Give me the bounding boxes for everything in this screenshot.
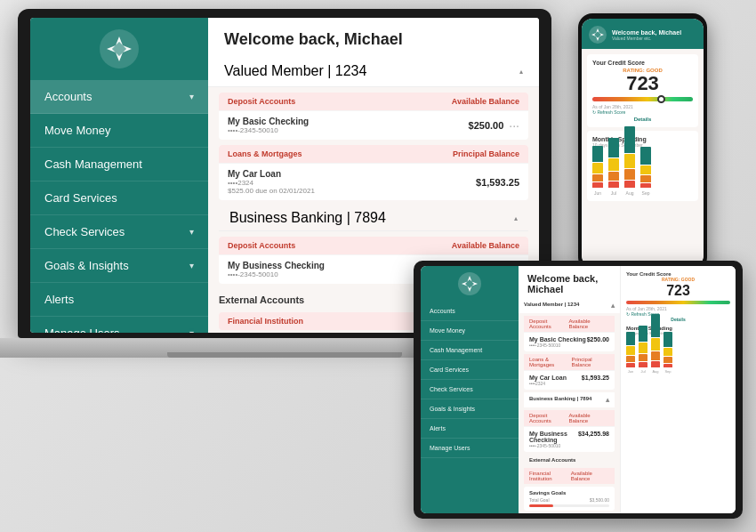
phone-spending-title: Monthly Spending: [592, 136, 693, 142]
tablet-checking-name: My Basic Checking: [529, 336, 586, 343]
tablet-bar-group-jun: Jun: [626, 332, 635, 374]
tablet-sidebar-item-check[interactable]: Check Services: [421, 380, 519, 399]
checking-account-number: ••••-2345-50010: [228, 126, 309, 134]
tablet-sidebar-cash-label: Cash Management: [430, 347, 482, 353]
bar-seg-aug-3: [624, 169, 635, 180]
phone-spending-section: Monthly Spending 10 days left in Septemb…: [587, 131, 698, 201]
tablet-right-panel: Your Credit Score RATING: GOOD 723 As of…: [620, 266, 736, 513]
tablet-sidebar-item-cash[interactable]: Cash Management: [421, 341, 519, 360]
svg-point-6: [589, 26, 607, 44]
tablet-business-header[interactable]: Business Banking | 7894 ▴: [524, 392, 615, 407]
sidebar-item-check-services[interactable]: Check Services ▾: [30, 215, 208, 249]
tablet-business-available-label: Available Balance: [568, 413, 609, 423]
sidebar-item-cash-management-label: Cash Management: [44, 157, 142, 171]
tablet-checking-row[interactable]: My Basic Checking ••••-2345-50010 $250.0…: [524, 332, 615, 351]
bar-seg-aug-2: [624, 154, 635, 168]
welcome-header: Welcome back, Michael: [208, 18, 539, 56]
laptop-sidebar: Accounts ▾ Move Money Cash Management Ca…: [30, 18, 208, 333]
tablet-deposit-header: Deposit Accounts Available Balance: [524, 316, 615, 332]
phone-header: Welcome back, Michael Valued Member etc.: [582, 19, 704, 49]
sidebar-item-card-services[interactable]: Card Services: [30, 181, 208, 215]
valued-member-header[interactable]: Valued Member | 1234 ▴: [208, 56, 539, 87]
tablet-bar-jul-1: [639, 326, 647, 342]
phone-account-text: Valued Member etc.: [612, 36, 681, 41]
tablet-credit-details[interactable]: Details: [626, 317, 730, 322]
tablet-savings-progress: [529, 504, 553, 507]
tablet-credit-bar: [626, 301, 730, 304]
sidebar-navigation: Accounts ▾ Move Money Cash Management Ca…: [30, 80, 208, 333]
tablet-bar-group-aug: Aug: [651, 314, 660, 374]
phone-credit-details[interactable]: Details: [592, 117, 693, 122]
tablet-sidebar-item-accounts[interactable]: Accounts: [421, 302, 519, 321]
tablet-checking-number: ••••-2345-50010: [529, 343, 586, 348]
tablet-business-checking-number: ••••-2345-50010: [529, 443, 578, 448]
tablet-loans-label: Loans & Mortgages: [529, 357, 572, 367]
checking-account-row[interactable]: My Basic Checking ••••-2345-50010 $250.0…: [219, 110, 528, 140]
phone-credit-refresh[interactable]: ↻ Refresh Score: [592, 109, 693, 115]
tablet-logo-icon: [458, 272, 481, 295]
sidebar-item-move-money[interactable]: Move Money: [30, 114, 208, 148]
tablet-bar-jul-3: [639, 354, 647, 361]
bar-seg-jun-4: [592, 182, 603, 188]
tablet-sidebar-item-goals[interactable]: Goals & Insights: [421, 399, 519, 419]
sidebar-item-goals-insights[interactable]: Goals & Insights ▾: [30, 249, 208, 283]
account-options-icon[interactable]: ···: [509, 118, 519, 133]
tablet-savings-row: Total Goal $3,500.00: [529, 497, 609, 503]
tablet-bar-sep-1: [664, 332, 672, 347]
deposit-category-header: Deposit Accounts Available Balance: [219, 93, 528, 110]
bar-seg-jul-4: [608, 181, 619, 188]
tablet-sidebar-item-card[interactable]: Card Services: [421, 360, 519, 380]
phone-welcome-text: Welcome back, Michael: [612, 29, 681, 36]
tablet-sidebar: Accounts Move Money Cash Management Card…: [421, 266, 519, 513]
tablet-principal-label: Principal Balance: [572, 357, 609, 367]
sidebar-item-accounts[interactable]: Accounts ▾: [30, 80, 208, 114]
tablet-bar-label-jun: Jun: [628, 369, 633, 374]
tablet-sidebar-item-alerts[interactable]: Alerts: [421, 419, 519, 439]
deposit-accounts-category: Deposit Accounts Available Balance My Ba…: [219, 93, 528, 140]
tablet-car-loan-row[interactable]: My Car Loan ••••2324 $1,593.25: [524, 370, 615, 390]
tablet-accounts-list: Deposit Accounts Available Balance My Ba…: [519, 313, 620, 513]
tablet-sidebar-manage-label: Manage Users: [430, 445, 470, 451]
brand-logo-icon: [100, 29, 139, 69]
phone-credit-indicator: [657, 95, 665, 103]
bar-group-sep: Sep: [640, 147, 651, 196]
chevron-down-icon: ▾: [189, 92, 194, 101]
loans-category-header: Loans & Mortgages Principal Balance: [219, 145, 528, 163]
tablet-valued-member-header[interactable]: Valued Member | 1234 ▴: [519, 298, 620, 313]
tablet-savings-goal-value: $3,500.00: [590, 497, 609, 503]
tablet-bar-jun-4: [626, 363, 635, 367]
tablet-sidebar-item-manage[interactable]: Manage Users: [421, 439, 519, 458]
phone-outer-frame: Welcome back, Michael Valued Member etc.…: [578, 13, 707, 271]
tablet-deposit-cat: Deposit Accounts Available Balance My Ba…: [524, 316, 615, 351]
section-chevron-up: ▴: [519, 68, 523, 76]
principal-balance-label: Principal Balance: [453, 149, 519, 158]
bar-stack-sep: [640, 147, 651, 188]
bar-stack-jun: [592, 146, 603, 188]
deposit-category-label: Deposit Accounts: [228, 97, 295, 106]
sidebar-item-manage-users[interactable]: Manage Users ▾: [30, 317, 208, 333]
business-available-label: Available Balance: [452, 241, 519, 250]
sidebar-item-alerts[interactable]: Alerts: [30, 283, 208, 317]
sidebar-item-cash-management[interactable]: Cash Management: [30, 148, 208, 181]
bar-seg-jun-1: [592, 146, 603, 162]
tablet-sidebar-item-move-money[interactable]: Move Money: [421, 321, 519, 341]
tablet-bar-aug-3: [651, 351, 660, 360]
business-banking-header[interactable]: Business Banking | 7894 ▴: [219, 206, 528, 231]
tablet-bar-jun-3: [626, 356, 635, 362]
tablet-business-checking-row[interactable]: My Business Checking ••••-2345-50010 $34…: [524, 426, 615, 452]
tablet-bar-group-sep: Sep: [664, 332, 672, 374]
phone-credit-bar: [592, 97, 693, 101]
loans-category: Loans & Mortgages Principal Balance My C…: [219, 145, 528, 200]
tablet-sidebar-card-label: Card Services: [430, 367, 469, 373]
tablet-credit-number: 723: [626, 282, 730, 299]
tablet-bar-chart: Jun Jul: [626, 338, 730, 374]
chevron-down-icon-3: ▾: [189, 261, 194, 270]
tablet-bar-aug-4: [651, 361, 660, 367]
loans-category-label: Loans & Mortgages: [228, 149, 302, 158]
tablet-external-title: External Accounts: [524, 455, 615, 465]
bar-seg-sep-4: [640, 183, 651, 188]
phone-credit-title: Your Credit Score: [592, 60, 693, 66]
car-loan-row[interactable]: My Car Loan ••••2324 $525.00 due on 02/0…: [219, 163, 528, 200]
bar-group-aug: Aug: [624, 126, 635, 196]
tablet-available-label: Available Balance: [568, 318, 609, 329]
